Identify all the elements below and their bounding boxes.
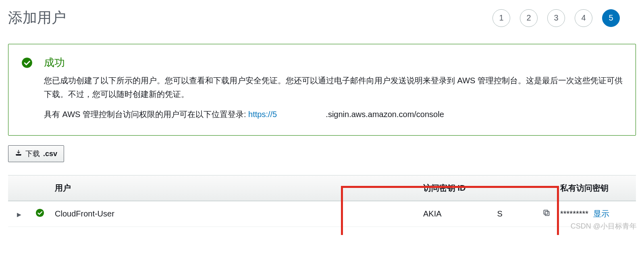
caret-right-icon: ▶: [17, 211, 21, 218]
download-icon: [15, 149, 22, 159]
col-access-key-header: 访问密钥 ID: [418, 175, 555, 201]
secret-mask: *********: [560, 209, 588, 218]
login-prefix: 具有 AWS 管理控制台访问权限的用户可在以下位置登录:: [44, 110, 248, 119]
success-content: 成功 您已成功创建了以下所示的用户。您可以查看和下载用户安全凭证。您还可以通过电…: [44, 56, 623, 120]
success-check-icon: [21, 57, 33, 70]
access-key-suffix: S: [497, 209, 503, 218]
show-secret-link[interactable]: 显示: [593, 209, 609, 218]
svg-point-2: [36, 209, 44, 217]
step-indicator: 1 2 3 4 5: [492, 9, 636, 27]
step-1[interactable]: 1: [492, 9, 510, 27]
table-row: ▶ CloudFront-User AKIA S: [8, 201, 636, 227]
success-description: 您已成功创建了以下所示的用户。您可以查看和下载用户安全凭证。您还可以通过电子邮件…: [44, 74, 623, 101]
col-expand-header: [8, 175, 30, 201]
success-check-icon: [35, 210, 44, 219]
login-url-suffix: .signin.aws.amazon.com/console: [326, 110, 444, 119]
success-title: 成功: [44, 56, 623, 70]
expand-cell[interactable]: ▶: [8, 201, 30, 227]
copy-icon[interactable]: [542, 209, 551, 219]
status-cell: [30, 201, 50, 227]
step-2[interactable]: 2: [520, 9, 538, 27]
watermark: CSDN @小目标青年: [571, 221, 637, 231]
header-row: 添加用户 1 2 3 4 5: [8, 8, 636, 28]
svg-rect-4: [544, 210, 548, 214]
user-name-cell: CloudFront-User: [50, 201, 418, 227]
download-text: 下载: [25, 149, 40, 159]
download-csv-button[interactable]: 下载 .csv: [8, 145, 64, 162]
svg-rect-1: [16, 155, 21, 155]
col-user-header: 用户: [50, 175, 418, 201]
step-3[interactable]: 3: [547, 9, 565, 27]
col-secret-header: 私有访问密钥: [555, 175, 636, 201]
page-title: 添加用户: [8, 8, 66, 28]
svg-rect-3: [545, 212, 549, 216]
console-login-link[interactable]: https://5: [248, 110, 277, 119]
svg-point-0: [22, 58, 32, 68]
step-5[interactable]: 5: [602, 9, 620, 27]
access-key-cell: AKIA S: [418, 201, 555, 227]
download-ext: .csv: [43, 150, 57, 158]
step-4[interactable]: 4: [575, 9, 592, 27]
col-status-header: [30, 175, 50, 201]
success-login-info: 具有 AWS 管理控制台访问权限的用户可在以下位置登录: https://5 .…: [44, 109, 623, 120]
users-table: 用户 访问密钥 ID 私有访问密钥 ▶ CloudFront-User AKIA…: [8, 175, 636, 227]
access-key-prefix: AKIA: [423, 209, 442, 218]
success-alert: 成功 您已成功创建了以下所示的用户。您可以查看和下载用户安全凭证。您还可以通过电…: [8, 44, 636, 136]
